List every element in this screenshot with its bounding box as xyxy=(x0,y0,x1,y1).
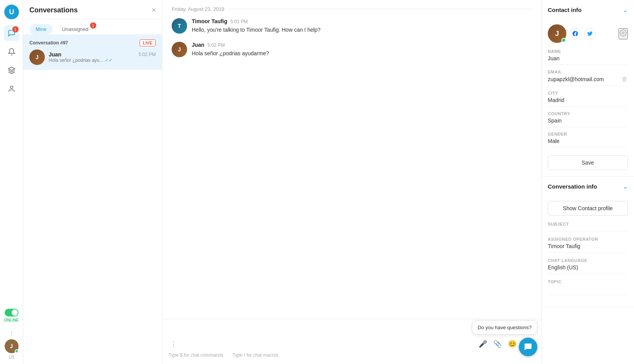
chat-widget-bubble: Do you have questions? xyxy=(472,320,537,335)
topic-field: TOPIC xyxy=(548,279,628,295)
command-hint: Type $ for chat commands xyxy=(169,352,223,358)
conversation-number: Conversation #97 xyxy=(29,40,68,46)
conversation-contact-name: Juan xyxy=(49,51,61,58)
assigned-operator-field: ASSIGNED OPERATOR Timoor Taufig xyxy=(548,237,628,253)
contact-name-field: NAME Juan xyxy=(548,49,628,65)
assigned-operator-label: ASSIGNED OPERATOR xyxy=(548,237,628,242)
svg-text:U: U xyxy=(9,8,14,16)
agent-avatar: T xyxy=(172,18,187,34)
messages-container: T Timoor Taufig 5:01 PM Hello, you're ta… xyxy=(162,18,541,319)
user-options-menu[interactable]: ⋮ xyxy=(7,328,16,338)
conversations-tabs: Mine Unassigned 1 xyxy=(23,19,162,35)
user-online-indicator xyxy=(15,349,19,353)
nav-layers-button[interactable] xyxy=(4,63,19,78)
message-sender: Juan xyxy=(192,42,205,48)
email-label: EMAIL xyxy=(548,70,628,74)
chat-widget: Do you have questions? xyxy=(472,320,537,356)
conversation-avatar: J xyxy=(29,49,45,65)
save-contact-button[interactable]: Save xyxy=(548,155,628,170)
facebook-button[interactable] xyxy=(569,28,581,39)
conversations-title: Conversations xyxy=(29,6,78,14)
contact-city-field: CITY Madrid xyxy=(548,91,628,107)
nav-notifications-button[interactable] xyxy=(4,44,19,60)
live-badge: LIVE xyxy=(140,39,156,46)
chevron-down-icon: ⌄ xyxy=(623,6,628,14)
conversations-panel: Conversations × Mine Unassigned 1 Conver… xyxy=(23,0,162,364)
user-avatar[interactable]: J xyxy=(5,339,19,353)
contact-avatar-row: J xyxy=(548,24,628,43)
email-value: zupapzkl@hotmail.com xyxy=(548,76,604,82)
chat-language-value: English (US) xyxy=(548,264,628,274)
online-status-toggle: ONLINE xyxy=(4,309,19,322)
nav-contacts-button[interactable] xyxy=(4,81,19,97)
contact-info-header[interactable]: Contact info ⌄ xyxy=(542,0,634,20)
name-label: NAME xyxy=(548,49,628,54)
message-row: T Timoor Taufig 5:01 PM Hello, you're ta… xyxy=(172,18,532,34)
contact-avatar: J xyxy=(548,24,566,43)
online-toggle-switch[interactable] xyxy=(5,309,19,316)
topic-label: TOPIC xyxy=(548,279,628,284)
contact-online-indicator xyxy=(561,38,566,43)
contact-info-title: Contact info xyxy=(548,7,582,13)
more-options-button[interactable]: ⋮ xyxy=(169,338,179,350)
message-input[interactable] xyxy=(182,339,474,349)
macro-hint: Type ! for chat macros xyxy=(232,352,278,358)
unassigned-badge: 1 xyxy=(90,22,96,29)
contact-country-field: COUNTRY Spain xyxy=(548,111,628,127)
show-contact-profile-button[interactable]: Show Contact profile xyxy=(548,201,628,216)
gender-label: GENDER xyxy=(548,132,628,136)
right-panel: Contact info ⌄ J xyxy=(541,0,634,364)
contact-settings-button[interactable] xyxy=(619,28,628,39)
message-text: Hola señor ¿podrias ayudarme? xyxy=(192,49,532,58)
tab-mine[interactable]: Mine xyxy=(29,24,53,34)
conversations-list: Conversation #97 LIVE J Juan 5:02 PM Hol… xyxy=(23,35,162,364)
page-count: 1/5 xyxy=(9,355,14,359)
customer-avatar: J xyxy=(172,42,187,57)
contact-email-field: EMAIL zupapzkl@hotmail.com 🗑 xyxy=(548,70,628,86)
chevron-down-icon: ⌄ xyxy=(623,183,628,190)
conversation-item[interactable]: Conversation #97 LIVE J Juan 5:02 PM Hol… xyxy=(23,35,162,70)
svg-point-3 xyxy=(10,86,13,89)
contact-gender-field: GENDER Male xyxy=(548,132,628,148)
conversation-info-header[interactable]: Conversation info ⌄ xyxy=(542,177,634,196)
conversation-time: 5:02 PM xyxy=(138,52,156,57)
assigned-operator-value: Timoor Taufig xyxy=(548,243,628,253)
name-value: Juan xyxy=(548,55,559,61)
message-text: Hello, you're talking to Timoor Taufig. … xyxy=(192,26,532,34)
navigation-sidebar: U 1 ONLINE ⋮ J xyxy=(0,0,23,364)
date-divider: Friday, August 23, 2019 xyxy=(162,0,541,18)
country-value: Spain xyxy=(548,117,562,124)
conversations-header: Conversations × xyxy=(23,0,162,19)
conversation-info-body: Show Contact profile SUBJECT ASSIGNED OP… xyxy=(542,196,634,307)
subject-label: SUBJECT xyxy=(548,222,628,226)
message-sender: Timoor Taufig xyxy=(192,18,227,24)
gender-value: Male xyxy=(548,138,559,144)
svg-marker-2 xyxy=(8,67,15,70)
close-panel-button[interactable]: × xyxy=(152,6,156,14)
conversations-badge: 1 xyxy=(12,26,19,32)
chat-language-label: CHAT LANGUAGE xyxy=(548,258,628,263)
conversation-info-section: Conversation info ⌄ Show Contact profile… xyxy=(542,177,634,307)
tab-unassigned[interactable]: Unassigned 1 xyxy=(56,24,95,34)
read-receipt-icon: ✓✓ xyxy=(105,58,112,63)
app-logo: U xyxy=(4,5,19,19)
nav-conversations-button[interactable]: 1 xyxy=(4,26,19,41)
twitter-button[interactable] xyxy=(584,28,596,39)
city-value: Madrid xyxy=(548,97,564,103)
message-time: 5:01 PM xyxy=(230,19,248,24)
message-time: 5:02 PM xyxy=(208,43,225,48)
conversation-preview: Hola señor ¿podrias ayu... xyxy=(49,58,103,63)
conversation-info-title: Conversation info xyxy=(548,183,597,190)
svg-point-6 xyxy=(622,32,624,34)
contact-info-body: J NAME Juan xyxy=(542,20,634,176)
contact-info-section: Contact info ⌄ J xyxy=(542,0,634,177)
chat-main: Friday, August 23, 2019 T Timoor Taufig … xyxy=(162,0,541,364)
subject-value xyxy=(548,228,628,231)
chat-widget-button[interactable] xyxy=(519,338,537,356)
topic-value xyxy=(548,286,628,295)
online-label: ONLINE xyxy=(4,318,19,322)
chat-language-field: CHAT LANGUAGE English (US) xyxy=(548,258,628,274)
delete-email-button[interactable]: 🗑 xyxy=(622,76,628,83)
subject-field: SUBJECT xyxy=(548,222,628,231)
country-label: COUNTRY xyxy=(548,111,628,116)
